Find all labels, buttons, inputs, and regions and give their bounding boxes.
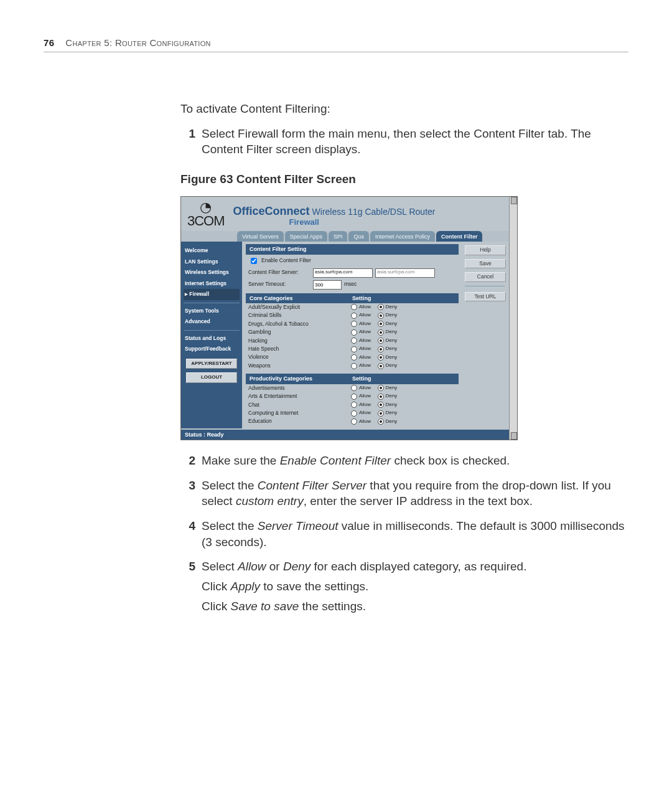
step-3-text: Select the Content Filter Server that yo… (202, 478, 628, 509)
allow-radio[interactable] (351, 304, 357, 310)
save-button[interactable]: Save (465, 259, 506, 268)
deny-radio[interactable] (378, 313, 384, 319)
deny-radio[interactable] (378, 394, 384, 400)
deny-radio[interactable] (378, 402, 384, 408)
productivity-category-row: AdvertisementsAllow Deny (246, 384, 459, 392)
core-category-row: Criminal SkillsAllow Deny (246, 311, 459, 319)
timeout-input[interactable] (313, 280, 342, 290)
allow-label: Allow (359, 312, 371, 319)
core-category-row: Hate SpeechAllow Deny (246, 345, 459, 353)
test-url-button[interactable]: Test URL (465, 292, 506, 301)
deny-radio[interactable] (378, 337, 384, 344)
core-header-right: Setting (352, 295, 371, 302)
status-bar: Status : Ready (181, 430, 517, 440)
enable-content-filter-checkbox[interactable] (251, 258, 257, 264)
deny-radio[interactable] (378, 304, 384, 310)
deny-radio[interactable] (378, 329, 384, 336)
step-number: 1 (180, 126, 195, 158)
allow-label: Allow (359, 402, 371, 408)
allow-radio[interactable] (351, 385, 357, 391)
allow-label: Allow (359, 362, 371, 369)
tab-spi[interactable]: SPI (329, 231, 348, 242)
sidebar-item-lan-settings[interactable]: LAN Settings (184, 257, 240, 267)
server-select[interactable]: asia.surfcpa.com (313, 268, 373, 278)
deny-radio[interactable] (378, 354, 384, 361)
sidebar-item-internet-settings[interactable]: Internet Settings (184, 278, 240, 289)
sidebar-item-system-tools[interactable]: System Tools (184, 306, 240, 316)
core-category-name: Hacking (248, 337, 351, 344)
deny-radio[interactable] (378, 418, 384, 425)
sidebar: WelcomeLAN SettingsWireless SettingsInte… (181, 242, 242, 428)
allow-label: Allow (359, 354, 371, 361)
tab-bar: Virtual ServersSpecial AppsSPIQosInterne… (181, 231, 517, 242)
sidebar-item-firewall[interactable]: ▸ Firewall (184, 289, 240, 300)
allow-radio[interactable] (351, 337, 357, 344)
allow-radio[interactable] (351, 329, 357, 336)
timeout-label: Server Timeout: (248, 281, 310, 288)
step-5-text: Select Allow or Deny for each displayed … (202, 559, 628, 614)
deny-radio[interactable] (378, 346, 384, 352)
figure-caption: Figure 63 Content Filter Screen (180, 171, 628, 187)
tab-internet-access-policy[interactable]: Internet Access Policy (370, 231, 435, 242)
allow-label: Allow (359, 418, 371, 425)
productivity-category-row: ChatAllow Deny (246, 401, 459, 409)
allow-radio[interactable] (351, 418, 357, 425)
allow-radio[interactable] (351, 321, 357, 327)
button-divider (465, 286, 505, 287)
tab-content-filter[interactable]: Content Filter (436, 231, 483, 242)
deny-label: Deny (386, 402, 398, 408)
core-category-name: Gambling (248, 329, 351, 336)
core-category-name: Weapons (248, 362, 351, 369)
allow-radio[interactable] (351, 394, 357, 400)
allow-label: Allow (359, 410, 371, 417)
prod-header-left: Productivity Categories (250, 375, 352, 382)
prod-header-right: Setting (352, 375, 371, 382)
help-button[interactable]: Help (465, 245, 506, 255)
deny-radio[interactable] (378, 385, 384, 391)
productivity-category-row: Computing & InternetAllow Deny (246, 409, 459, 417)
brand-sub: Wireless 11g Cable/DSL Router (312, 207, 436, 217)
step-4-text: Select the Server Timeout value in milli… (202, 518, 628, 550)
step-1-text: Select Firewall form the main menu, then… (202, 126, 628, 158)
apply-restart-button[interactable]: APPLY/RESTART (186, 359, 237, 369)
sidebar-item-support-feedback[interactable]: Support/Feedback (184, 344, 240, 354)
core-category-row: HackingAllow Deny (246, 337, 459, 345)
core-category-name: Violence (248, 354, 351, 361)
core-category-row: Adult/Sexually ExplicitAllow Deny (246, 303, 459, 311)
allow-radio[interactable] (351, 410, 357, 417)
sidebar-item-advanced[interactable]: Advanced (184, 316, 240, 327)
tab-virtual-servers[interactable]: Virtual Servers (237, 231, 284, 242)
cancel-button[interactable]: Cancel (465, 272, 506, 281)
brand-name: OfficeConnect (233, 205, 310, 217)
deny-radio[interactable] (378, 321, 384, 327)
core-category-name: Hate Speech (248, 346, 351, 352)
logout-button[interactable]: LOGOUT (186, 372, 237, 383)
scrollbar[interactable] (509, 197, 517, 440)
tab-qos[interactable]: Qos (348, 231, 369, 242)
sidebar-item-status-and-logs[interactable]: Status and Logs (184, 333, 240, 344)
deny-label: Deny (386, 393, 398, 400)
screenshot-content-filter: ◔ 3COM OfficeConnectWireless 11g Cable/D… (180, 196, 518, 440)
allow-radio[interactable] (351, 313, 357, 319)
deny-label: Deny (386, 346, 398, 352)
sidebar-item-wireless-settings[interactable]: Wireless Settings (184, 267, 240, 278)
content-area: Content Filter Setting Enable Content Fi… (242, 242, 462, 428)
allow-radio[interactable] (351, 402, 357, 408)
allow-radio[interactable] (351, 346, 357, 352)
core-category-name: Adult/Sexually Explicit (248, 304, 351, 311)
deny-radio[interactable] (378, 363, 384, 369)
productivity-category-name: Arts & Entertainment (248, 393, 351, 400)
productivity-category-row: EducationAllow Deny (246, 417, 459, 425)
productivity-category-name: Education (248, 418, 351, 425)
allow-label: Allow (359, 337, 371, 344)
chapter-title: Chapter 5: Router Configuration (65, 37, 210, 48)
allow-radio[interactable] (351, 354, 357, 361)
allow-label: Allow (359, 321, 371, 328)
server-textbox[interactable]: asia.surfcpa.com (375, 268, 435, 278)
step-2-text: Make sure the Enable Content Filter chec… (202, 453, 628, 469)
deny-radio[interactable] (378, 410, 384, 417)
tab-special-apps[interactable]: Special Apps (285, 231, 327, 242)
allow-radio[interactable] (351, 363, 357, 369)
allow-label: Allow (359, 385, 371, 392)
sidebar-item-welcome[interactable]: Welcome (184, 245, 240, 256)
